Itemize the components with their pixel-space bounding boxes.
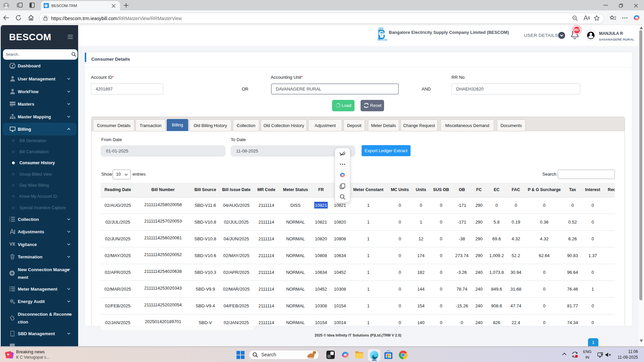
svg-text:BESCOM: BESCOM (378, 39, 387, 41)
svg-text:897: 897 (574, 28, 580, 32)
svg-text:ಕವನವ: ಕವನವ (378, 27, 384, 29)
